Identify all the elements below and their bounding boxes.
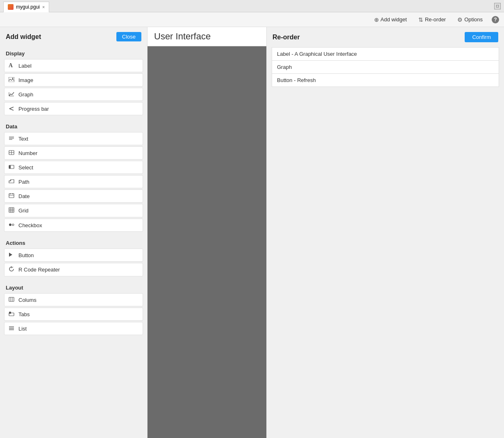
options-label: Options <box>464 16 483 23</box>
svg-rect-24 <box>12 224 14 226</box>
reorder-label: Re-order <box>425 16 446 23</box>
text-icon <box>9 135 15 142</box>
data-widget-list: Text Number Select Path <box>0 132 147 236</box>
widget-number-label: Number <box>18 150 37 156</box>
svg-line-5 <box>9 109 14 110</box>
image-icon <box>9 77 15 83</box>
widget-label[interactable]: A Label <box>4 59 143 72</box>
svg-rect-26 <box>9 297 14 301</box>
svg-rect-0 <box>9 77 14 82</box>
section-data-label: Data <box>0 119 147 132</box>
add-widget-panel: Add widget Close Display A Label Image G… <box>0 27 148 438</box>
widget-image-text: Image <box>18 77 33 83</box>
help-button[interactable]: ? <box>492 16 499 23</box>
svg-rect-23 <box>9 224 11 226</box>
r-code-repeater-icon <box>9 266 15 273</box>
widget-checkbox-label: Checkbox <box>18 222 42 228</box>
widget-text[interactable]: Text <box>4 132 143 145</box>
reorder-panel: Re-order Confirm Label - A Graphical Use… <box>266 27 504 438</box>
svg-rect-30 <box>9 312 11 314</box>
widget-button-label: Button <box>18 252 34 258</box>
select-icon <box>9 164 15 171</box>
widget-r-code-repeater-label: R Code Repeater <box>18 267 60 273</box>
reorder-icon: ⇅ <box>418 16 423 23</box>
widget-tabs[interactable]: Tabs <box>4 308 143 321</box>
widget-graph[interactable]: Graph <box>4 88 143 101</box>
layout-widget-list: Colums Tabs List <box>0 293 147 339</box>
main-toolbar: ⊕ Add widget ⇅ Re-order ⚙ Options ? <box>0 12 504 27</box>
reorder-title: Re-order <box>272 34 300 41</box>
preview-panel: User Interface <box>148 27 266 438</box>
widget-checkbox[interactable]: Checkbox <box>4 219 143 232</box>
checkbox-icon <box>9 222 15 228</box>
preview-title-text: User Interface <box>154 31 211 41</box>
widget-list[interactable]: List <box>4 322 143 335</box>
reorder-button[interactable]: ⇅ Re-order <box>416 15 448 25</box>
options-button[interactable]: ⚙ Options <box>455 15 485 25</box>
add-widget-icon: ⊕ <box>374 16 379 23</box>
close-panel-button[interactable]: Close <box>116 32 141 41</box>
widget-grid[interactable]: Grid <box>4 204 143 217</box>
tab-label: mygui.pgui <box>16 4 40 10</box>
display-widget-list: A Label Image Graph Progress bar <box>0 59 147 119</box>
tabs-icon <box>9 311 15 317</box>
widget-tabs-label: Tabs <box>18 311 30 317</box>
graph-icon <box>9 91 15 98</box>
reorder-item-2[interactable]: Button - Refresh <box>272 74 499 87</box>
widget-date-label: Date <box>18 193 30 199</box>
svg-marker-25 <box>9 253 12 257</box>
svg-rect-14 <box>9 194 14 198</box>
number-icon <box>9 150 15 156</box>
svg-rect-18 <box>9 208 14 212</box>
widget-path-label: Path <box>18 179 30 185</box>
widget-grid-label: Grid <box>18 208 29 214</box>
widget-text-label: Text <box>18 136 28 142</box>
button-icon <box>9 252 15 258</box>
reorder-header: Re-order Confirm <box>267 27 504 47</box>
svg-rect-13 <box>9 165 11 169</box>
widget-label-text: Label <box>18 63 32 69</box>
actions-widget-list: Button R Code Repeater <box>0 249 147 281</box>
tab-mygui[interactable]: mygui.pgui × <box>3 2 49 12</box>
reorder-item-1[interactable]: Graph <box>272 61 499 74</box>
window-maximize-button[interactable]: □ <box>494 3 501 9</box>
add-widget-label: Add widget <box>381 16 407 23</box>
widget-number[interactable]: Number <box>4 146 143 160</box>
window-controls: □ <box>494 3 501 9</box>
widget-progress-bar[interactable]: Progress bar <box>4 102 143 115</box>
reorder-list: Label - A Graphical User Interface Graph… <box>267 47 504 87</box>
confirm-button[interactable]: Confirm <box>465 32 498 42</box>
main-content: Add widget Close Display A Label Image G… <box>0 27 504 438</box>
widget-columns-label: Colums <box>18 297 36 303</box>
add-widget-button[interactable]: ⊕ Add widget <box>372 15 409 25</box>
widget-columns[interactable]: Colums <box>4 293 143 306</box>
progress-bar-icon <box>9 105 15 112</box>
columns-icon <box>9 297 15 303</box>
reorder-item-0[interactable]: Label - A Graphical User Interface <box>272 47 499 61</box>
widget-date[interactable]: Date <box>4 189 143 203</box>
widget-r-code-repeater[interactable]: R Code Repeater <box>4 263 143 276</box>
svg-line-4 <box>9 107 14 109</box>
widget-button[interactable]: Button <box>4 249 143 262</box>
svg-point-1 <box>12 78 14 79</box>
options-icon: ⚙ <box>457 16 463 23</box>
widget-path[interactable]: Path <box>4 175 143 188</box>
section-actions-label: Actions <box>0 236 147 249</box>
widget-select-label: Select <box>18 164 33 171</box>
widget-select[interactable]: Select <box>4 161 143 174</box>
tab-close-button[interactable]: × <box>42 5 45 9</box>
date-icon <box>9 193 15 199</box>
tab-bar: mygui.pgui × □ <box>0 0 504 12</box>
grid-icon <box>9 207 15 214</box>
tab-icon <box>8 4 14 10</box>
help-label: ? <box>494 17 497 23</box>
section-layout-label: Layout <box>0 281 147 293</box>
path-icon <box>9 178 15 185</box>
section-display-label: Display <box>0 46 147 59</box>
widget-graph-text: Graph <box>18 91 33 98</box>
widget-progress-bar-text: Progress bar <box>18 106 49 112</box>
add-widget-header: Add widget Close <box>0 27 147 46</box>
preview-title: User Interface <box>148 27 266 46</box>
widget-image[interactable]: Image <box>4 73 143 87</box>
add-widget-title: Add widget <box>6 33 41 41</box>
